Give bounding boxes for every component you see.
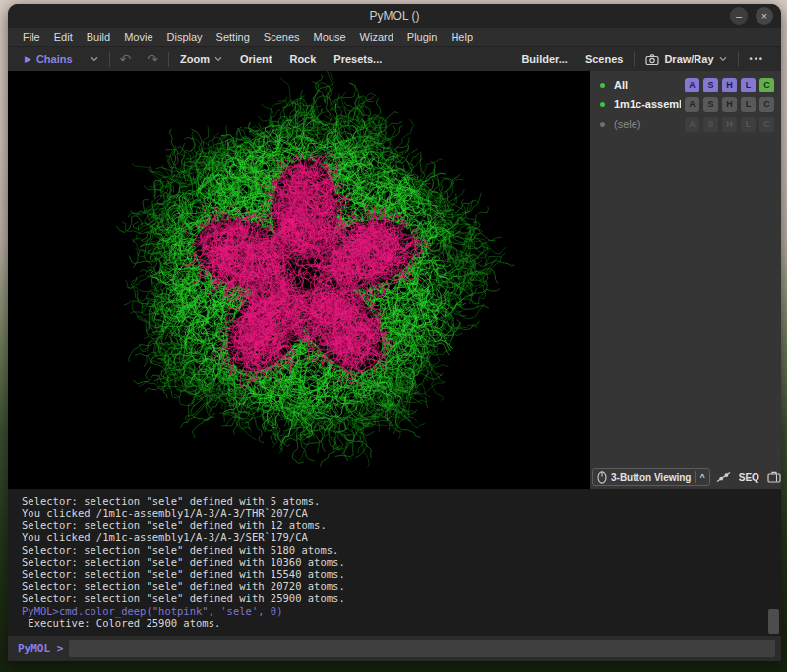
caret-up-icon[interactable]: ^	[699, 472, 704, 482]
action-button[interactable]: H	[722, 117, 737, 132]
action-button[interactable]: C	[759, 117, 774, 132]
disabled-dot-icon	[600, 122, 605, 127]
menu-item[interactable]: File	[16, 31, 47, 43]
play-icon: ▶	[25, 54, 31, 64]
menu-item[interactable]: Mouse	[307, 31, 353, 43]
tune-icon	[716, 471, 731, 483]
toolbar-separator	[109, 52, 110, 67]
toolbar-separator	[168, 52, 169, 67]
menu-item[interactable]: Display	[160, 31, 210, 43]
toolbar: ▶ Chains ↶ ↷ Zoom Orient Rock Presets...…	[8, 46, 781, 71]
window-controls: – ×	[730, 7, 773, 25]
object-name[interactable]: 1m1c-assembly1	[614, 98, 681, 110]
chains-dropdown-button[interactable]	[82, 56, 107, 62]
builder-label: Builder...	[521, 53, 567, 65]
command-input[interactable]	[69, 640, 775, 657]
menu-bar: FileEditBuildMovieDisplaySettingScenesMo…	[8, 28, 781, 46]
chevron-down-icon	[214, 56, 222, 62]
console-line: Executive: Colored 25900 atoms.	[22, 617, 781, 629]
close-button[interactable]: ×	[756, 7, 773, 25]
action-buttons: ASHLC	[681, 78, 774, 92]
toolbar-separator	[738, 52, 739, 67]
desktop: { "window": { "title": "PyMOL ()", "icon…	[0, 0, 787, 672]
presets-label: Presets...	[333, 53, 382, 65]
console-line: Selector: selection "sele" defined with …	[22, 556, 781, 568]
action-button[interactable]: S	[703, 97, 718, 112]
redo-icon[interactable]: ↷	[139, 51, 166, 67]
menu-item[interactable]: Movie	[117, 31, 159, 43]
action-button[interactable]: C	[759, 97, 774, 112]
console-scrollbar-thumb[interactable]	[768, 609, 779, 634]
menu-item[interactable]: Plugin	[400, 31, 445, 43]
minimize-button[interactable]: –	[730, 7, 748, 25]
chains-button[interactable]: ▶ Chains	[16, 53, 82, 65]
more-options-button[interactable]: •••	[741, 54, 773, 64]
draw-ray-label: Draw/Ray	[664, 53, 713, 65]
console-line: Selector: selection "sele" defined with …	[22, 544, 781, 556]
movie-panel-button[interactable]	[765, 468, 783, 486]
action-button[interactable]: L	[741, 117, 756, 132]
divider	[695, 471, 696, 483]
minimize-icon: –	[736, 11, 742, 22]
main-area: All ASHLC 1m1c-assembly1 ASHLC (sele) AS…	[8, 71, 781, 489]
ellipsis-icon: •••	[750, 54, 764, 64]
console-line: Selector: selection "sele" defined with …	[22, 568, 781, 580]
console-line: Selector: selection "sele" defined with …	[22, 592, 781, 604]
close-icon: ×	[761, 11, 767, 22]
zoom-button[interactable]: Zoom	[171, 53, 231, 65]
action-button[interactable]: H	[722, 97, 737, 112]
menu-item[interactable]: Build	[80, 31, 117, 43]
menu-item[interactable]: Scenes	[257, 31, 307, 43]
title-bar[interactable]: PyMOL () – ×	[8, 4, 781, 28]
seq-button[interactable]: SEQ	[737, 468, 761, 486]
action-buttons: ASHLC	[681, 97, 774, 112]
object-name[interactable]: (sele)	[614, 118, 681, 130]
menu-item[interactable]: Help	[444, 31, 480, 43]
window-title: PyMOL ()	[370, 9, 420, 23]
action-button[interactable]: A	[685, 78, 699, 92]
pymol-window: PyMOL () – × FileEditBuildMovieDisplaySe…	[8, 4, 781, 661]
action-button[interactable]: S	[703, 117, 718, 132]
console-line: You clicked /1m1c-assembly1/A-3/A-3/SER`…	[22, 531, 781, 543]
menu-item[interactable]: Edit	[47, 31, 80, 43]
object-name[interactable]: All	[614, 79, 681, 91]
mouse-mode-button[interactable]: 3-Button Viewing ^	[592, 468, 710, 486]
seq-label: SEQ	[739, 472, 759, 483]
action-button[interactable]: C	[759, 78, 774, 92]
action-button[interactable]: A	[685, 97, 699, 112]
panel-row-1m1c-assembly1[interactable]: 1m1c-assembly1 ASHLC	[590, 94, 781, 114]
internal-gui-bar: 3-Button Viewing ^ SEQ	[592, 467, 779, 487]
chevron-down-icon	[719, 56, 727, 62]
action-button[interactable]: L	[741, 78, 756, 92]
console-line: Selector: selection "sele" defined with …	[22, 519, 781, 531]
scenes-label: Scenes	[585, 53, 624, 65]
undo-icon[interactable]: ↶	[112, 51, 140, 67]
enabled-dot-icon	[600, 102, 605, 107]
console-line: Selector: selection "sele" defined with …	[22, 580, 781, 592]
action-button[interactable]: L	[741, 97, 756, 112]
enabled-dot-icon	[600, 83, 605, 88]
rock-button[interactable]: Rock	[280, 53, 325, 65]
action-button[interactable]: A	[685, 117, 699, 132]
console-line: You clicked /1m1c-assembly1/A-3/A-3/THR`…	[22, 507, 781, 519]
console-line: PyMOL>cmd.color_deep("hotpink", 'sele', …	[22, 605, 781, 617]
draw-ray-button[interactable]: Draw/Ray	[636, 53, 735, 65]
camera-icon	[645, 54, 659, 65]
viewport[interactable]	[8, 71, 590, 489]
action-button[interactable]: S	[703, 78, 718, 92]
viewport-canvas[interactable]	[8, 71, 590, 489]
menu-item[interactable]: Wizard	[353, 31, 400, 43]
toolbar-separator	[634, 52, 635, 67]
panel-row-all[interactable]: All ASHLC	[590, 75, 781, 94]
toggle-panel-button[interactable]	[714, 468, 733, 486]
orient-button[interactable]: Orient	[231, 53, 280, 65]
presets-button[interactable]: Presets...	[325, 53, 391, 65]
action-buttons: ASHLC	[681, 117, 774, 132]
panel-row-sele[interactable]: (sele) ASHLC	[590, 114, 781, 134]
zoom-label: Zoom	[180, 53, 210, 65]
action-button[interactable]: H	[722, 78, 737, 92]
menu-item[interactable]: Setting	[210, 31, 257, 43]
scenes-button[interactable]: Scenes	[576, 53, 633, 65]
builder-button[interactable]: Builder...	[513, 53, 575, 65]
command-prompt-row: PyMOL >	[8, 636, 781, 661]
